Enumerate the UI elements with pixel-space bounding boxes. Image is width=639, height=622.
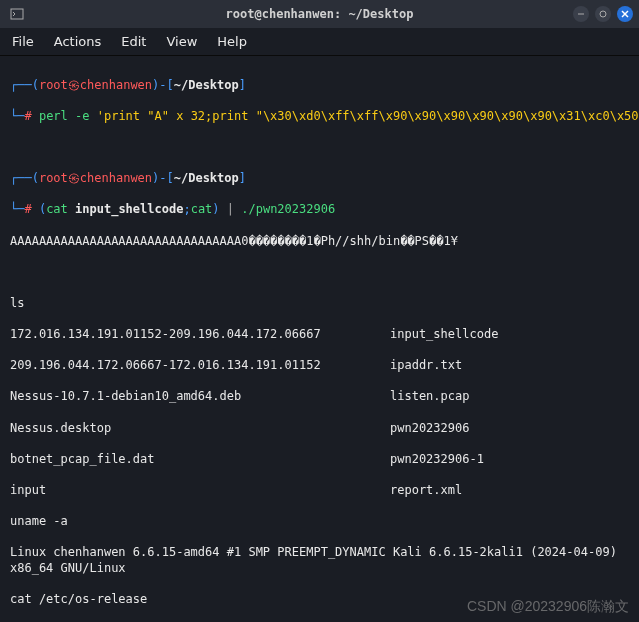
svg-point-2 — [600, 11, 606, 17]
menu-actions[interactable]: Actions — [54, 34, 102, 49]
ls-row: 172.016.134.191.01152-209.196.044.172.06… — [10, 327, 629, 343]
menu-help[interactable]: Help — [217, 34, 247, 49]
watermark: CSDN @20232906陈瀚文 — [467, 598, 629, 616]
ls-row: Nessus.desktoppwn20232906 — [10, 421, 629, 437]
command-2: └─# (cat input_shellcode;cat) | ./pwn202… — [10, 202, 629, 218]
prompt-line-1: ┌──(root㉿chenhanwen)-[~/Desktop] — [10, 78, 629, 94]
ls-row: 209.196.044.172.06667-172.016.134.191.01… — [10, 358, 629, 374]
prompt-line-2: ┌──(root㉿chenhanwen)-[~/Desktop] — [10, 171, 629, 187]
uname-command: uname -a — [10, 514, 629, 530]
maximize-button[interactable] — [595, 6, 611, 22]
output-hex: AAAAAAAAAAAAAAAAAAAAAAAAAAAAAAAA0�������… — [10, 234, 629, 250]
uname-output: Linux chenhanwen 6.6.15-amd64 #1 SMP PRE… — [10, 545, 629, 576]
titlebar: root@chenhanwen: ~/Desktop — [0, 0, 639, 28]
minimize-button[interactable] — [573, 6, 589, 22]
window-title: root@chenhanwen: ~/Desktop — [226, 7, 414, 21]
ls-row: Nessus-10.7.1-debian10_amd64.deblisten.p… — [10, 389, 629, 405]
command-1: └─# perl -e 'print "A" x 32;print "\x30\… — [10, 109, 629, 125]
close-button[interactable] — [617, 6, 633, 22]
ls-command: ls — [10, 296, 629, 312]
svg-rect-0 — [11, 9, 23, 19]
menu-view[interactable]: View — [166, 34, 197, 49]
menu-edit[interactable]: Edit — [121, 34, 146, 49]
ls-row: inputreport.xml — [10, 483, 629, 499]
menu-file[interactable]: File — [12, 34, 34, 49]
window-controls — [573, 6, 633, 22]
terminal-icon — [10, 7, 24, 21]
menubar: File Actions Edit View Help — [0, 28, 639, 56]
terminal-output[interactable]: ┌──(root㉿chenhanwen)-[~/Desktop] └─# per… — [0, 56, 639, 622]
ls-row: botnet_pcap_file.datpwn20232906-1 — [10, 452, 629, 468]
